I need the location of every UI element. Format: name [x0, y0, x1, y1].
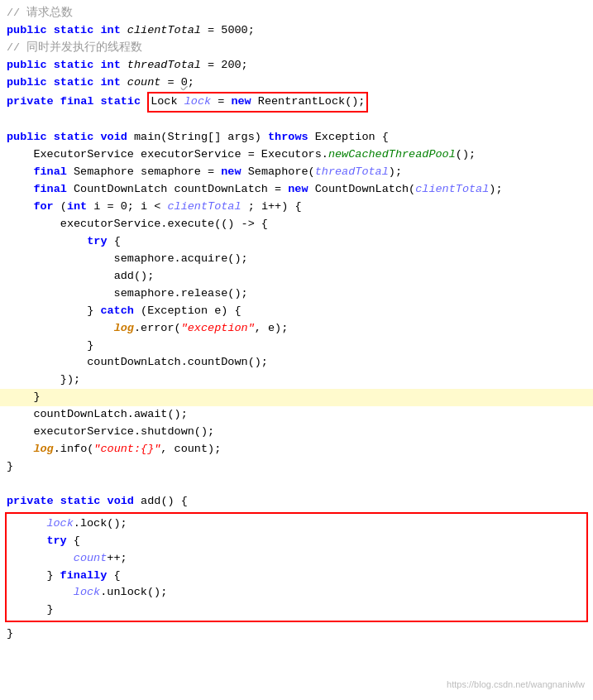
line-31: try { [13, 533, 580, 550]
line-5: public static int count = 0; [0, 74, 593, 92]
line-13: executorService.execute(() -> { [0, 216, 593, 233]
line-4: public static int threadTotal = 200; [0, 57, 593, 74]
line-7 [0, 113, 593, 130]
line-8: public static void main(String[] args) t… [0, 129, 593, 146]
line-35: } [13, 602, 580, 619]
line-21: countDownLatch.countDown(); [0, 354, 593, 372]
line-26: log.info("count:{}", count); [0, 441, 593, 458]
line-32: count++; [13, 550, 580, 568]
line-1: // 请求总数 [0, 5, 593, 22]
code-area: // 请求总数 public static int clientTotal = … [0, 0, 593, 700]
line-14: try { [0, 233, 593, 251]
line-23: } [0, 389, 593, 406]
red-border-block: lock.lock(); try { count++; } finally { … [5, 512, 588, 623]
watermark: https://blog.csdn.net/wangnaniwlw [447, 678, 585, 692]
line-22: }); [0, 372, 593, 389]
line-30: lock.lock(); [13, 515, 580, 533]
line-17: semaphore.release(); [0, 285, 593, 303]
line-34: lock.unlock(); [13, 584, 580, 602]
line-3: // 同时并发执行的线程数 [0, 40, 593, 57]
line-15: semaphore.acquire(); [0, 251, 593, 268]
line-2: public static int clientTotal = 5000; [0, 22, 593, 40]
line-16: add(); [0, 268, 593, 285]
line-24: countDownLatch.await(); [0, 406, 593, 424]
line-9: ExecutorService executorService = Execut… [0, 146, 593, 164]
line-25: executorService.shutdown(); [0, 424, 593, 441]
line-11: final CountDownLatch countDownLatch = ne… [0, 181, 593, 199]
line-27: } [0, 458, 593, 476]
line-19: log.error("exception", e); [0, 320, 593, 338]
line-10: final Semaphore semaphore = new Semaphor… [0, 164, 593, 181]
line-20: } [0, 338, 593, 355]
line-28 [0, 476, 593, 493]
line-6: private final static Lock lock = new Ree… [0, 92, 593, 113]
line-18: } catch (Exception e) { [0, 303, 593, 320]
line-33: } finally { [13, 568, 580, 585]
line-12: for (int i = 0; i < clientTotal ; i++) { [0, 199, 593, 216]
line-36: } [0, 626, 593, 643]
line-29: private static void add() { [0, 493, 593, 511]
